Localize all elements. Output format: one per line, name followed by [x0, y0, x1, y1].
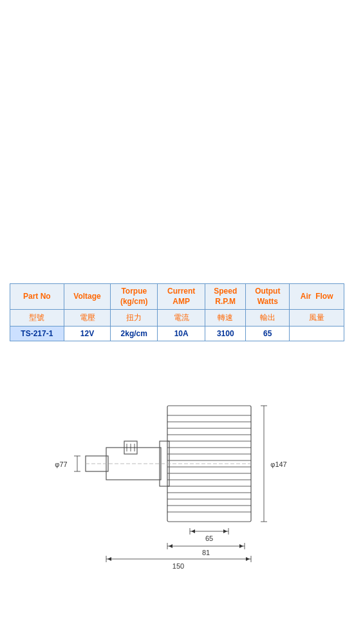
chinese-header-row: 型號 電壓 扭力 電流 轉速 輸出 風量 [10, 310, 344, 327]
label-d147: φ147 [270, 460, 287, 468]
spec-table: Part No Voltage Torpue(kg/cm) CurrentAMP… [10, 283, 344, 341]
cn-voltage: 電壓 [64, 310, 111, 327]
header-voltage: Voltage [64, 284, 111, 310]
cell-current: 10A [158, 327, 205, 341]
cn-speed: 轉速 [205, 310, 246, 327]
header-speed: SpeedR.P.M [205, 284, 246, 310]
label-d77: φ77 [55, 460, 67, 468]
header-output: OutputWatts [246, 284, 290, 310]
cell-torpue: 2kg/cm [111, 327, 158, 341]
label-150: 150 [172, 562, 184, 570]
cn-torpue: 扭力 [111, 310, 158, 327]
header-current: CurrentAMP [158, 284, 205, 310]
header-flow: Air Flow [290, 284, 344, 310]
cn-part-no: 型號 [10, 310, 64, 327]
table-section: Part No Voltage Torpue(kg/cm) CurrentAMP… [10, 283, 344, 341]
svg-marker-39 [239, 544, 243, 548]
cell-flow [290, 327, 344, 341]
svg-marker-38 [169, 544, 172, 548]
svg-marker-34 [223, 529, 227, 533]
diagram-section: .dim-line { stroke: #333; stroke-width: … [42, 374, 312, 580]
label-65: 65 [205, 535, 213, 542]
cell-part-no: TS-217-1 [10, 327, 64, 341]
cell-output: 65 [246, 327, 290, 341]
header-part-no: Part No [10, 284, 64, 310]
header-torpue: Torpue(kg/cm) [111, 284, 158, 310]
cn-flow: 風量 [290, 310, 344, 327]
cn-current: 電流 [158, 310, 205, 327]
cell-speed: 3100 [205, 327, 246, 341]
page-container: Part No Voltage Torpue(kg/cm) CurrentAMP… [0, 0, 354, 644]
data-row: TS-217-1 12V 2kg/cm 10A 3100 65 [10, 327, 344, 341]
svg-marker-43 [107, 557, 111, 561]
cell-voltage: 12V [64, 327, 111, 341]
svg-marker-44 [246, 557, 250, 561]
cn-output: 輸出 [246, 310, 290, 327]
svg-marker-33 [191, 529, 195, 533]
label-81: 81 [202, 549, 210, 556]
header-row: Part No Voltage Torpue(kg/cm) CurrentAMP… [10, 284, 344, 310]
diagram-svg: .dim-line { stroke: #333; stroke-width: … [42, 374, 312, 580]
